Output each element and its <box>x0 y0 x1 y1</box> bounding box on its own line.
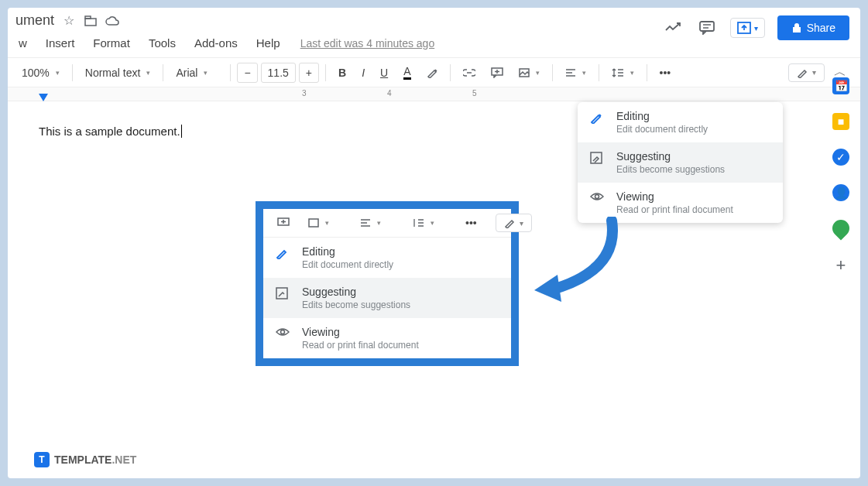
menu-addons[interactable]: Add-ons <box>191 35 241 51</box>
mode-viewing-sub: Read or print final document <box>302 340 499 351</box>
pencil-icon <box>590 110 606 124</box>
share-label: Share <box>807 22 835 34</box>
cloud-icon[interactable] <box>105 14 119 28</box>
activity-icon[interactable] <box>662 17 684 39</box>
ruler[interactable]: 3 4 5 <box>8 87 860 101</box>
mode-viewing-title: Viewing <box>302 326 499 338</box>
mode-editing-sub: Edit document directly <box>616 124 770 135</box>
mode-suggesting-sub: Edits become suggestions <box>302 299 499 310</box>
comment-icon[interactable] <box>696 17 718 39</box>
eye-icon <box>276 326 291 337</box>
svg-point-29 <box>281 330 285 334</box>
suggest-icon <box>276 286 291 299</box>
align-button[interactable] <box>559 65 592 80</box>
brand-logo-icon: T <box>34 452 50 467</box>
link-button[interactable] <box>457 66 482 80</box>
mode-editing-title: Editing <box>302 245 499 258</box>
svg-rect-21 <box>309 219 318 227</box>
share-button[interactable]: Share <box>777 15 849 40</box>
annotation-arrow-icon <box>527 217 627 302</box>
font-select[interactable]: Arial <box>170 63 224 82</box>
side-panel: 📅 ■ ✓ 👤 + <box>822 70 860 276</box>
bold-button[interactable]: B <box>332 63 352 82</box>
separator <box>72 64 73 81</box>
callout-dropdown: EditingEdit document directly Suggesting… <box>263 238 511 358</box>
add-comment-button[interactable] <box>271 214 296 231</box>
italic-button[interactable]: I <box>355 63 371 82</box>
document-title[interactable]: ument <box>15 12 54 29</box>
eye-icon <box>590 190 606 201</box>
mode-suggesting-title: Suggesting <box>616 150 770 163</box>
mode-editing[interactable]: EditingEdit document directly <box>263 238 511 278</box>
separator <box>450 64 451 81</box>
top-right-controls: ▾ Share <box>662 15 849 40</box>
menu-tools[interactable]: Tools <box>146 35 179 51</box>
separator <box>163 64 163 81</box>
mode-button[interactable]: ▾ <box>496 214 532 232</box>
style-select[interactable]: Normal text <box>79 63 157 82</box>
zoom-select[interactable]: 100% <box>15 63 66 82</box>
brand-watermark: T TEMPLATE.NET <box>34 452 136 467</box>
align-button[interactable] <box>354 215 387 231</box>
font-size-input[interactable]: 11.5 <box>261 63 296 83</box>
maps-icon[interactable] <box>829 216 853 240</box>
last-edit-link[interactable]: Last edit was 4 minutes ago <box>300 37 435 50</box>
menu-format[interactable]: Format <box>90 35 133 51</box>
highlight-button[interactable] <box>420 64 444 81</box>
indent-marker-icon[interactable] <box>39 94 48 101</box>
font-size-decrease[interactable]: − <box>237 63 257 83</box>
star-icon[interactable]: ☆ <box>62 14 76 28</box>
callout-toolbar: ••• ▾ <box>263 209 511 238</box>
mode-viewing-title: Viewing <box>616 190 770 203</box>
more-button[interactable]: ••• <box>459 214 483 232</box>
add-comment-button[interactable] <box>485 64 509 81</box>
mode-editing-title: Editing <box>616 110 770 122</box>
svg-point-17 <box>595 195 599 199</box>
pencil-icon <box>276 245 291 259</box>
highlight-callout: ••• ▾ EditingEdit document directly Sugg… <box>256 201 519 366</box>
menu-insert[interactable]: Insert <box>43 35 78 51</box>
brand-suffix: .NET <box>112 453 136 466</box>
menu-view[interactable]: w <box>15 35 30 51</box>
more-button[interactable]: ••• <box>654 63 678 82</box>
image-button[interactable] <box>513 65 546 80</box>
app-frame: ument ☆ w Insert Format Tools Add-ons He… <box>8 8 860 478</box>
mode-editing[interactable]: Editing Edit document directly <box>578 102 783 142</box>
separator <box>647 64 647 81</box>
svg-rect-0 <box>85 19 96 26</box>
underline-button[interactable]: U <box>374 63 394 82</box>
suggest-icon <box>590 150 606 164</box>
menu-help[interactable]: Help <box>253 35 283 51</box>
brand-name: TEMPLATE <box>54 453 112 466</box>
contacts-icon[interactable]: 👤 <box>832 184 849 201</box>
move-icon[interactable] <box>84 14 98 28</box>
line-spacing-button[interactable] <box>606 65 640 80</box>
separator <box>325 64 326 81</box>
svg-rect-1 <box>85 16 91 19</box>
line-spacing-button[interactable] <box>406 215 441 231</box>
ruler-tick: 4 <box>387 89 392 98</box>
calendar-icon[interactable]: 📅 <box>832 77 849 94</box>
svg-rect-2 <box>700 22 714 31</box>
separator <box>230 64 231 81</box>
tasks-icon[interactable]: ✓ <box>832 149 849 166</box>
mode-viewing[interactable]: ViewingRead or print final document <box>263 318 511 358</box>
image-button[interactable] <box>302 215 335 231</box>
ruler-tick: 5 <box>472 89 477 98</box>
separator <box>552 64 553 81</box>
keep-icon[interactable]: ■ <box>832 113 849 130</box>
ruler-tick: 3 <box>302 89 307 98</box>
toolbar: 100% Normal text Arial − 11.5 + B I U A … <box>8 57 860 87</box>
font-size-increase[interactable]: + <box>299 63 319 83</box>
mode-dropdown: Editing Edit document directly Suggestin… <box>578 102 783 223</box>
mode-viewing-sub: Read or print final document <box>616 204 770 215</box>
text-color-button[interactable]: A <box>397 62 417 83</box>
present-button[interactable]: ▾ <box>730 18 765 38</box>
mode-suggesting-sub: Edits become suggestions <box>616 164 770 175</box>
mode-suggesting[interactable]: SuggestingEdits become suggestions <box>263 278 511 318</box>
add-addon-icon[interactable]: + <box>836 255 846 276</box>
mode-suggesting[interactable]: Suggesting Edits become suggestions <box>578 142 783 183</box>
document-text[interactable]: This is a sample document. <box>39 125 182 138</box>
mode-button[interactable]: ▾ <box>788 63 825 82</box>
mode-editing-sub: Edit document directly <box>302 259 499 270</box>
